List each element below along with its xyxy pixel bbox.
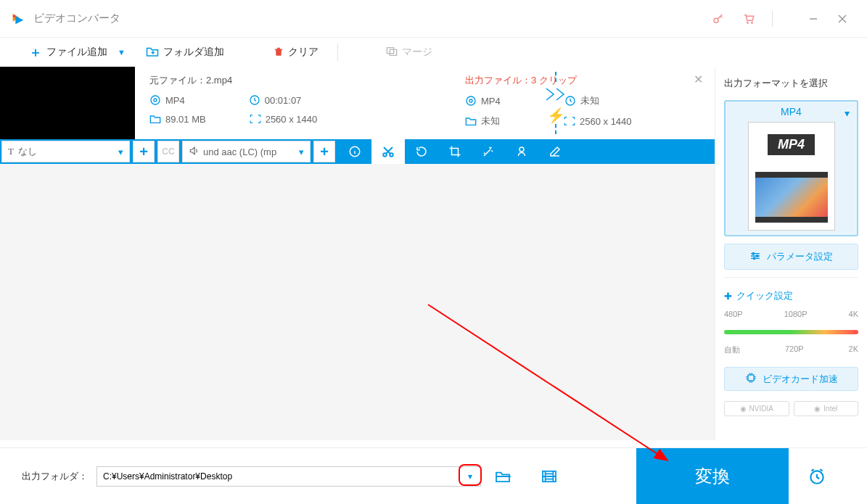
minimize-button[interactable]: [799, 8, 828, 30]
file-row[interactable]: 元ファイル：2.mp4 MP4 00:01:07 89.01 MB 2560 x…: [0, 67, 715, 139]
subtitle-dropdown[interactable]: T なし ▾: [1, 141, 130, 162]
cc-button[interactable]: CC: [157, 141, 179, 162]
chevron-down-icon[interactable]: ▼: [118, 48, 126, 57]
param-label: パラメータ設定: [767, 250, 833, 263]
quality-480p: 480P: [724, 310, 743, 318]
output-format-title: 出力フォーマットを選択: [724, 77, 858, 90]
chevron-down-icon: ▾: [118, 146, 123, 157]
edit-tool[interactable]: [538, 139, 572, 164]
intel-icon: ◉: [814, 405, 821, 413]
format-icon: [149, 94, 161, 106]
format-preview: MP4: [748, 122, 835, 231]
intel-chip: ◉Intel: [794, 401, 859, 416]
remove-file-button[interactable]: ✕: [694, 73, 703, 86]
svg-point-2: [747, 22, 749, 23]
output-path-input[interactable]: C:¥Users¥Administrator¥Desktop ▾: [96, 466, 481, 487]
add-folder-label: フォルダ追加: [163, 46, 224, 59]
output-path-value: C:¥Users¥Administrator¥Desktop: [103, 471, 232, 482]
folder-plus-icon: [146, 46, 159, 59]
film-folder-button[interactable]: [541, 468, 558, 485]
add-subtitle-button[interactable]: +: [133, 141, 155, 162]
svg-point-0: [13, 15, 16, 17]
out-duration: 未知: [580, 94, 599, 107]
folder-icon: [465, 115, 477, 127]
src-resolution: 2560 x 1440: [266, 114, 318, 125]
svg-rect-22: [748, 375, 754, 381]
out-file-label: 出力ファイル：: [465, 75, 531, 86]
quality-720p: 720P: [785, 344, 804, 355]
cut-tool[interactable]: [371, 139, 405, 164]
svg-point-18: [519, 147, 524, 152]
add-folder-button[interactable]: フォルダ追加: [139, 43, 231, 62]
app-logo: [10, 11, 26, 27]
arrow-icon: [545, 82, 567, 107]
chevron-down-icon[interactable]: ▾: [845, 107, 850, 119]
out-format: MP4: [481, 96, 501, 107]
plus-icon: ＋: [29, 44, 42, 61]
clock-icon: [249, 94, 260, 106]
merge-icon: [386, 46, 398, 59]
audio-dropdown[interactable]: und aac (LC) (mp ▾: [182, 141, 311, 162]
chevron-down-icon: ▾: [299, 146, 304, 157]
audio-value: und aac (LC) (mp: [203, 146, 276, 157]
format-name: MP4: [781, 106, 802, 117]
add-file-button[interactable]: ＋ ファイル追加 ▼: [22, 41, 133, 64]
merge-label: マージ: [402, 46, 432, 59]
src-duration: 00:01:07: [265, 95, 302, 106]
chip-icon: [745, 372, 757, 386]
video-thumbnail[interactable]: [0, 67, 135, 139]
add-audio-button[interactable]: +: [313, 141, 335, 162]
format-selector[interactable]: MP4▾ MP4: [724, 100, 858, 236]
resolution-icon: [250, 113, 261, 125]
nvidia-icon: ◉: [740, 405, 747, 413]
quality-2k: 2K: [849, 344, 858, 355]
convert-label: 変換: [695, 465, 730, 488]
clear-label: クリア: [288, 46, 319, 59]
quality-slider[interactable]: [724, 330, 858, 334]
format-icon: [465, 95, 477, 107]
dash-divider: [555, 72, 556, 82]
svg-point-21: [753, 257, 755, 260]
close-button[interactable]: [828, 8, 857, 30]
sliders-icon: [749, 251, 761, 263]
svg-point-9: [151, 96, 160, 104]
text-icon: T: [8, 146, 14, 157]
annotation-highlight: [459, 464, 482, 486]
dash-divider: [555, 124, 556, 134]
svg-point-20: [756, 255, 758, 257]
speaker-icon: [189, 146, 199, 158]
src-file-name: 2.mp4: [206, 75, 232, 86]
output-folder-label: 出力フォルダ：: [22, 470, 88, 483]
app-title: ビデオコンバータ: [33, 12, 120, 25]
divider: [772, 11, 773, 27]
cart-icon[interactable]: [741, 12, 756, 26]
quality-4k: 4K: [849, 310, 858, 318]
bolt-icon: ⚡: [547, 107, 565, 124]
src-size: 89.01 MB: [165, 114, 206, 125]
rotate-tool[interactable]: [405, 139, 438, 164]
nvidia-chip: ◉NVIDIA: [724, 401, 789, 416]
merge-button[interactable]: マージ: [379, 43, 440, 62]
separator: [337, 44, 338, 61]
svg-point-12: [467, 96, 475, 105]
svg-point-19: [752, 252, 755, 255]
watermark-tool[interactable]: [505, 139, 538, 164]
quality-1080p: 1080P: [784, 310, 808, 318]
trash-icon: [274, 46, 284, 59]
out-resolution: 2560 x 1440: [580, 116, 632, 127]
clear-button[interactable]: クリア: [266, 43, 326, 62]
convert-button[interactable]: 変換: [636, 448, 789, 505]
svg-point-13: [469, 99, 472, 102]
crop-tool[interactable]: [438, 139, 472, 164]
mp4-badge: MP4: [768, 134, 815, 155]
open-folder-button[interactable]: [494, 468, 511, 485]
gpu-accel-button[interactable]: ビデオカード加速: [724, 367, 858, 391]
info-tool[interactable]: [338, 139, 371, 164]
schedule-button[interactable]: [789, 448, 845, 505]
key-icon[interactable]: [711, 12, 726, 26]
svg-point-10: [154, 99, 157, 102]
subtitle-value: なし: [18, 145, 37, 158]
effects-tool[interactable]: [472, 139, 505, 164]
svg-point-3: [752, 22, 753, 23]
parameter-settings-button[interactable]: パラメータ設定: [724, 244, 858, 270]
